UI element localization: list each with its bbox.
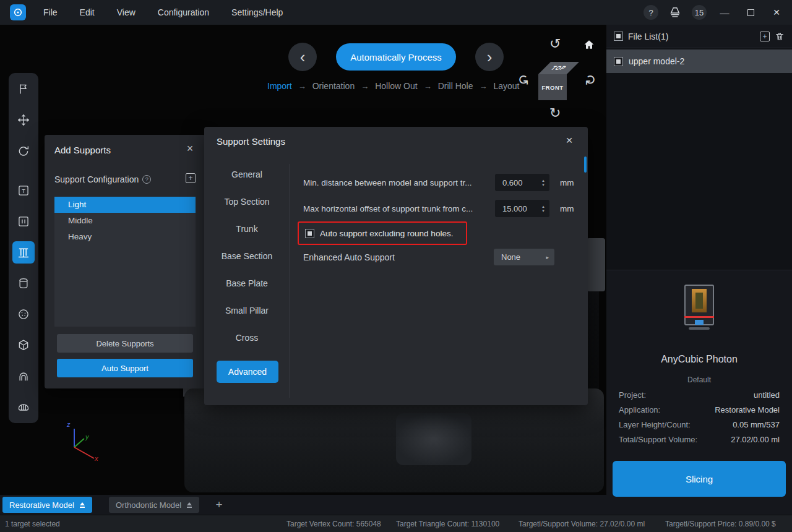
- spin-down-icon[interactable]: ▾: [542, 208, 544, 213]
- arrow-right-icon: →: [298, 82, 306, 91]
- rotate-down-icon[interactable]: ↻: [549, 105, 561, 121]
- auto-support-button[interactable]: Auto Support: [57, 359, 193, 377]
- menu-view[interactable]: View: [117, 7, 136, 17]
- arch-tool-button[interactable]: [12, 365, 35, 387]
- tab-base-plate[interactable]: Base Plate: [210, 274, 283, 293]
- tab-top-section[interactable]: Top Section: [210, 192, 283, 211]
- auto-process-button[interactable]: Automatically Process: [336, 43, 456, 71]
- detail-label: Project:: [619, 390, 646, 400]
- slicing-button[interactable]: Slicing: [613, 461, 786, 497]
- tab-general[interactable]: General: [210, 165, 283, 184]
- axis-y-label: y: [85, 433, 89, 440]
- spinner-control[interactable]: ▴ ▾: [540, 204, 549, 213]
- file-list-item[interactable]: upper model-2: [606, 49, 792, 73]
- printer-window: [692, 289, 707, 312]
- scrollbar-thumb[interactable]: [584, 157, 587, 173]
- add-configuration-button[interactable]: +: [186, 173, 196, 183]
- preset-middle[interactable]: Middle: [54, 213, 196, 229]
- menu-settings-help[interactable]: Settings/Help: [231, 7, 283, 17]
- tab-label: Restorative Model: [9, 500, 74, 510]
- help-button[interactable]: ?: [644, 5, 658, 20]
- close-icon[interactable]: ×: [562, 134, 577, 148]
- cylinder-tool-button[interactable]: [12, 272, 35, 294]
- preset-light[interactable]: Light: [54, 197, 196, 213]
- min-distance-value[interactable]: 0.600: [495, 178, 540, 187]
- chevron-right-icon: ▸: [546, 254, 549, 260]
- next-step-button[interactable]: ›: [475, 43, 504, 71]
- printer-body: [684, 285, 714, 325]
- max-offset-value[interactable]: 15.000: [495, 204, 540, 213]
- support-tool-button[interactable]: [12, 241, 35, 264]
- rotate-left-icon[interactable]: ↺: [515, 74, 531, 85]
- teeth-tool-button[interactable]: [12, 396, 35, 418]
- question-icon[interactable]: ?: [142, 175, 151, 184]
- delete-file-button[interactable]: [775, 32, 785, 41]
- printer-name: AnyCubic Photon: [606, 354, 792, 365]
- eject-icon[interactable]: [79, 502, 85, 508]
- menu-file[interactable]: File: [43, 7, 58, 17]
- label-tool-button[interactable]: T: [12, 179, 35, 202]
- rotate-tool-button[interactable]: [12, 140, 35, 162]
- view-cube[interactable]: TOP FRONT: [536, 62, 580, 101]
- step-import[interactable]: Import: [267, 81, 292, 91]
- step-orientation[interactable]: Orientation: [312, 81, 355, 91]
- rotate-right-icon[interactable]: ↻: [583, 74, 599, 85]
- highlight-annotation: Auto support excluding round holes.: [298, 221, 467, 245]
- exposure-icon[interactable]: [668, 6, 682, 19]
- file-list-header: File List(1) +: [606, 25, 792, 48]
- tab-cross[interactable]: Cross: [210, 328, 283, 347]
- tab-orthodontic-model[interactable]: Orthodontic Model: [109, 497, 199, 513]
- trash-icon: [775, 32, 785, 41]
- preset-heavy[interactable]: Heavy: [54, 229, 196, 245]
- select-tool-button[interactable]: [12, 78, 35, 100]
- dental-arch-icon: [17, 370, 30, 382]
- mirror-tool-button[interactable]: [12, 210, 35, 233]
- detail-row-project: Project: untitled: [619, 390, 780, 400]
- spin-up-icon[interactable]: ▴: [542, 204, 544, 208]
- close-button[interactable]: ×: [768, 4, 785, 20]
- auto-support-checkbox[interactable]: [305, 229, 314, 238]
- status-bar: 1 target selected Target Vertex Count: 5…: [0, 515, 792, 532]
- maximize-button[interactable]: [742, 4, 759, 20]
- tab-restorative-model[interactable]: Restorative Model: [2, 497, 92, 513]
- detail-row-volume: Total/Support Volume: 27.02/0.00 ml: [619, 435, 780, 444]
- tab-trunk[interactable]: Trunk: [210, 220, 283, 238]
- close-icon[interactable]: ×: [183, 142, 197, 156]
- selection-status: 1 target selected: [5, 520, 60, 528]
- spin-down-icon[interactable]: ▾: [542, 182, 544, 187]
- min-distance-input[interactable]: 0.600 ▴ ▾: [495, 174, 549, 191]
- menu-edit[interactable]: Edit: [80, 7, 95, 17]
- step-drill-hole[interactable]: Drill Hole: [438, 81, 473, 91]
- add-file-button[interactable]: +: [760, 32, 770, 41]
- home-view-button[interactable]: [583, 38, 595, 53]
- delete-supports-button[interactable]: Delete Supports: [57, 334, 193, 353]
- add-tab-button[interactable]: +: [212, 497, 226, 513]
- file-list-icon: [614, 32, 623, 41]
- bottom-tab-bar: Restorative Model Orthodontic Model +: [0, 495, 606, 515]
- file-checkbox-icon[interactable]: [614, 57, 623, 66]
- arrow-right-icon: →: [479, 82, 487, 91]
- max-offset-input[interactable]: 15.000 ▴ ▾: [495, 200, 549, 217]
- rotate-up-icon[interactable]: ↺: [549, 36, 561, 52]
- left-toolbar: T: [9, 73, 38, 423]
- minimize-button[interactable]: —: [717, 4, 733, 20]
- enhanced-auto-support-label: Enhanced Auto Support: [303, 252, 395, 262]
- tab-small-pillar[interactable]: Small Pillar: [210, 301, 283, 320]
- tab-base-section[interactable]: Base Section: [210, 247, 283, 265]
- cube-tool-button[interactable]: [12, 334, 35, 356]
- menu-configuration[interactable]: Configuration: [158, 7, 209, 17]
- count-badge[interactable]: 15: [692, 5, 707, 20]
- detail-value: 0.05 mm/537: [733, 420, 780, 429]
- eject-icon[interactable]: [186, 502, 192, 508]
- spinner-control[interactable]: ▴ ▾: [540, 178, 549, 187]
- spin-up-icon[interactable]: ▴: [542, 178, 544, 182]
- enhanced-auto-support-dropdown[interactable]: None ▸: [494, 249, 554, 265]
- teeth-icon: [17, 401, 30, 413]
- step-hollow-out[interactable]: Hollow Out: [375, 81, 417, 91]
- previous-step-button[interactable]: ‹: [288, 43, 317, 71]
- move-tool-button[interactable]: [12, 109, 35, 131]
- tab-advanced[interactable]: Advanced: [217, 361, 278, 383]
- view-cube-front-face[interactable]: FRONT: [538, 74, 567, 100]
- view-cube-top-face[interactable]: TOP: [538, 62, 579, 74]
- texture-tool-button[interactable]: [12, 303, 35, 325]
